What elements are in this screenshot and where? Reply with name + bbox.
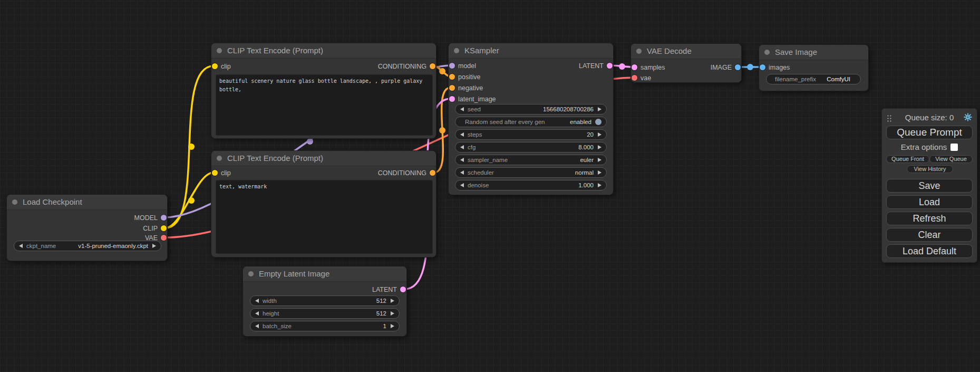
port-dot-vae-in[interactable] — [632, 75, 637, 81]
decrement-arrow-icon[interactable] — [460, 170, 464, 175]
widget-label: height — [263, 310, 279, 317]
collapse-dot-icon[interactable] — [217, 48, 222, 53]
node-title: Empty Latent Image — [259, 269, 329, 278]
port-dot-negative-in[interactable] — [449, 85, 455, 91]
collapse-dot-icon[interactable] — [12, 199, 17, 205]
clear-button[interactable]: Clear — [886, 228, 973, 242]
node-title: CLIP Text Encode (Prompt) — [227, 46, 323, 55]
decrement-arrow-icon[interactable] — [255, 299, 259, 303]
increment-arrow-icon[interactable] — [598, 132, 601, 137]
port-dot-clip[interactable] — [161, 225, 167, 231]
steps-widget[interactable]: steps 20 — [455, 129, 607, 140]
port-dot-vae[interactable] — [161, 235, 167, 241]
input-port-negative: negative — [449, 83, 483, 93]
port-dot-latent-out[interactable] — [400, 287, 406, 292]
widget-value: 8.000 — [578, 144, 594, 150]
port-dot-conditioning-out[interactable] — [430, 170, 435, 176]
increment-arrow-icon[interactable] — [391, 324, 394, 328]
view-history-button[interactable]: View History — [907, 165, 953, 173]
node-title-bar[interactable]: Save Image — [759, 45, 868, 60]
node-title-bar[interactable]: VAE Decode — [631, 44, 741, 59]
collapse-dot-icon[interactable] — [248, 271, 254, 276]
save-button[interactable]: Save — [886, 179, 973, 193]
sampler-name-widget[interactable]: sampler_name euler — [455, 155, 607, 165]
increment-arrow-icon[interactable] — [391, 299, 394, 303]
scheduler-widget[interactable]: scheduler normal — [455, 167, 607, 178]
increment-arrow-icon[interactable] — [598, 170, 601, 175]
seed-widget[interactable]: seed 156680208700286 — [455, 104, 607, 115]
widget-value: 1.000 — [578, 182, 594, 188]
queue-prompt-button[interactable]: Queue Prompt — [886, 126, 973, 139]
widget-label: cfg — [468, 144, 476, 150]
collapse-dot-icon[interactable] — [454, 48, 459, 53]
node-title-bar[interactable]: CLIP Text Encode (Prompt) — [211, 43, 436, 59]
increment-arrow-icon[interactable] — [152, 244, 156, 248]
port-dot-clip-in[interactable] — [212, 170, 218, 176]
port-dot-positive-in[interactable] — [449, 74, 455, 80]
widget-label: ckpt_name — [26, 243, 56, 249]
denoise-widget[interactable]: denoise 1.000 — [455, 180, 607, 190]
collapse-dot-icon[interactable] — [217, 156, 222, 161]
port-dot-samples-in[interactable] — [632, 64, 637, 70]
empty-latent-image-node[interactable]: Empty Latent Image LATENT width 512 heig… — [242, 266, 407, 337]
decrement-arrow-icon[interactable] — [460, 158, 464, 162]
decrement-arrow-icon[interactable] — [460, 183, 464, 187]
port-dot-latent-in[interactable] — [449, 96, 455, 102]
clip-text-encode-positive-node[interactable]: CLIP Text Encode (Prompt) clip CONDITION… — [211, 43, 436, 139]
collapse-dot-icon[interactable] — [636, 49, 642, 54]
widget-value: 156680208700286 — [543, 106, 594, 112]
random-seed-widget[interactable]: Random seed after every gen enabled — [455, 117, 607, 127]
port-dot-model[interactable] — [161, 215, 167, 221]
node-graph-canvas[interactable]: Load Checkpoint MODEL CLIP VAE ckpt_name… — [0, 0, 980, 372]
filename-prefix-widget[interactable]: filename_prefix ComfyUI — [766, 74, 861, 84]
load-default-button[interactable]: Load Default — [886, 244, 973, 258]
load-button[interactable]: Load — [886, 195, 973, 209]
settings-gear-icon[interactable] — [963, 112, 973, 122]
increment-arrow-icon[interactable] — [391, 311, 394, 316]
view-queue-button[interactable]: View Queue — [929, 155, 973, 163]
increment-arrow-icon[interactable] — [598, 158, 601, 162]
width-widget[interactable]: width 512 — [250, 295, 400, 306]
vae-decode-node[interactable]: VAE Decode samples vae IMAGE — [630, 43, 742, 83]
save-image-node[interactable]: Save Image images filename_prefix ComfyU… — [759, 44, 869, 91]
output-port-latent: LATENT — [540, 61, 613, 71]
extra-options-checkbox[interactable] — [950, 144, 958, 151]
height-widget[interactable]: height 512 — [250, 308, 400, 319]
widget-label: width — [263, 298, 277, 304]
random-seed-toggle-icon[interactable] — [595, 119, 601, 125]
collapse-dot-icon[interactable] — [764, 50, 770, 55]
positive-prompt-input[interactable]: beautiful scenery nature glass bottle la… — [216, 74, 433, 136]
node-title-bar[interactable]: Load Checkpoint — [7, 195, 167, 210]
negative-prompt-input[interactable]: text, watermark — [216, 180, 433, 254]
decrement-arrow-icon[interactable] — [255, 311, 259, 316]
queue-front-button[interactable]: Queue Front — [886, 155, 929, 163]
queue-size-label: Queue size: 0 — [882, 113, 977, 122]
node-title-bar[interactable]: KSampler — [449, 43, 613, 59]
increment-arrow-icon[interactable] — [598, 145, 601, 149]
port-dot-model-in[interactable] — [449, 63, 455, 69]
node-title-bar[interactable]: CLIP Text Encode (Prompt) — [211, 151, 436, 166]
widget-label: steps — [468, 131, 482, 138]
refresh-button[interactable]: Refresh — [886, 212, 973, 225]
port-dot-clip-in[interactable] — [212, 63, 218, 69]
increment-arrow-icon[interactable] — [598, 107, 601, 111]
port-dot-image-out[interactable] — [735, 64, 741, 70]
load-checkpoint-node[interactable]: Load Checkpoint MODEL CLIP VAE ckpt_name… — [6, 194, 168, 261]
decrement-arrow-icon[interactable] — [460, 145, 464, 149]
cfg-widget[interactable]: cfg 8.000 — [455, 142, 607, 152]
clip-text-encode-negative-node[interactable]: CLIP Text Encode (Prompt) clip CONDITION… — [211, 150, 436, 257]
port-dot-images-in[interactable] — [760, 64, 765, 70]
input-port-model: model — [449, 61, 476, 71]
queue-panel[interactable]: Queue size: 0 Queue Prompt Extra options… — [881, 108, 977, 263]
batch-size-widget[interactable]: batch_size 1 — [250, 321, 400, 331]
decrement-arrow-icon[interactable] — [19, 244, 23, 248]
decrement-arrow-icon[interactable] — [255, 324, 259, 328]
node-title-bar[interactable]: Empty Latent Image — [243, 266, 406, 282]
ckpt-name-widget[interactable]: ckpt_name v1-5-pruned-emaonly.ckpt — [14, 241, 161, 251]
decrement-arrow-icon[interactable] — [460, 132, 464, 137]
decrement-arrow-icon[interactable] — [460, 107, 464, 111]
port-dot-conditioning-out[interactable] — [430, 63, 435, 69]
increment-arrow-icon[interactable] — [598, 183, 601, 187]
port-dot-latent-out[interactable] — [607, 63, 613, 69]
ksampler-node[interactable]: KSampler model positive negative latent_… — [448, 43, 614, 195]
